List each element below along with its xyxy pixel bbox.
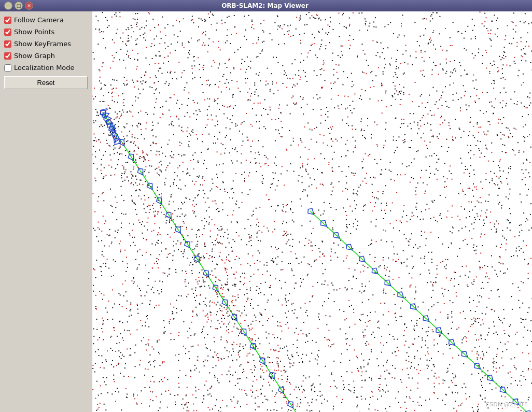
show-points-label: Show Points: [14, 28, 54, 36]
minimize-button[interactable]: −: [4, 2, 12, 10]
close-button[interactable]: ✕: [25, 2, 33, 10]
follow-camera-checkbox[interactable]: [4, 17, 11, 24]
title-bar: − □ ✕ ORB-SLAM2: Map Viewer: [0, 0, 532, 11]
main-area: Follow Camera Show Points Show KeyFrames…: [0, 11, 532, 412]
window-title: ORB-SLAM2: Map Viewer: [33, 2, 497, 9]
follow-camera-row[interactable]: Follow Camera: [2, 15, 90, 25]
window-controls[interactable]: − □ ✕: [4, 2, 33, 10]
sidebar: Follow Camera Show Points Show KeyFrames…: [0, 11, 92, 412]
show-points-checkbox[interactable]: [4, 29, 11, 36]
show-graph-row[interactable]: Show Graph: [2, 50, 90, 61]
map-canvas[interactable]: [92, 11, 532, 412]
localization-mode-row[interactable]: Localization Mode: [2, 62, 90, 73]
show-keyframes-row[interactable]: Show KeyFrames: [2, 38, 90, 49]
show-graph-checkbox[interactable]: [4, 52, 11, 60]
localization-mode-label: Localization Mode: [14, 64, 75, 72]
show-points-row[interactable]: Show Points: [2, 26, 90, 37]
map-viewer[interactable]: CSDN @ZLOTE: [92, 11, 532, 412]
show-graph-label: Show Graph: [14, 52, 55, 60]
reset-button[interactable]: Reset: [4, 76, 88, 89]
show-keyframes-label: Show KeyFrames: [14, 40, 71, 48]
maximize-button[interactable]: □: [15, 2, 23, 10]
follow-camera-label: Follow Camera: [14, 16, 64, 24]
show-keyframes-checkbox[interactable]: [4, 40, 11, 48]
localization-mode-checkbox[interactable]: [4, 64, 11, 72]
